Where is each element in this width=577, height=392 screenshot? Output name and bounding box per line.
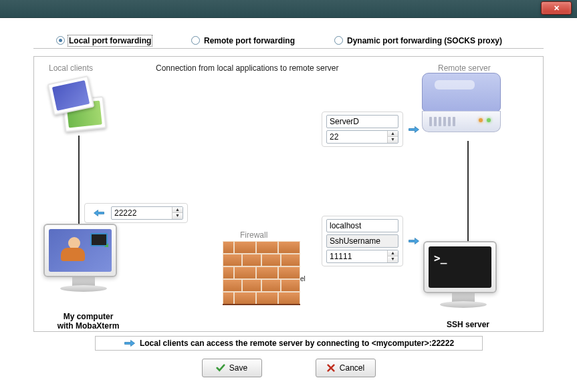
label-my-computer: My computer with MobaXterm [45,312,132,331]
save-label: Save [229,363,247,373]
ssh-server-icon: >_ [423,241,503,321]
remote-host-input[interactable] [327,116,387,128]
my-computer-icon [43,224,124,311]
connector-line [78,136,80,224]
radio-remote-port-forwarding[interactable]: Remote port forwarding [191,36,295,45]
dialog-body: Local port forwarding Remote port forwar… [0,18,577,392]
connector-line [467,141,469,253]
radio-dot-icon [334,36,343,45]
firewall-icon [223,241,303,308]
cancel-label: Cancel [340,363,364,373]
radio-dot-icon [56,36,65,45]
ssh-host-field[interactable] [326,219,398,232]
ssh-server-group: ▲▼ [322,216,403,266]
local-clients-icon [46,75,113,136]
radio-local-port-forwarding[interactable]: Local port forwarding [56,36,151,45]
local-port-field[interactable]: ▲▼ [111,206,183,220]
label-ssh-server: SSH server [425,320,511,329]
arrow-left-icon [93,209,105,217]
local-port-input[interactable] [112,207,172,219]
local-port-group: ▲▼ [84,203,188,223]
arrow-right-icon [124,339,136,347]
remote-port-field[interactable]: ▲▼ [326,130,398,144]
remote-server-group: ▲▼ [322,112,403,147]
radio-label: Remote port forwarding [204,36,295,45]
ssh-port-field[interactable]: ▲▼ [326,250,398,263]
check-icon [216,363,225,373]
label-firewall: Firewall [240,230,267,240]
cross-icon [326,363,336,373]
arrow-right-icon [408,237,420,245]
ssh-user-field[interactable] [326,234,398,248]
footer-tip: Local clients can access the remote serv… [95,336,483,351]
spinner-icon[interactable]: ▲▼ [172,207,183,219]
save-button[interactable]: Save [202,359,262,377]
close-icon: ✕ [554,4,560,13]
window-close-button[interactable]: ✕ [541,1,572,15]
ssh-host-input[interactable] [327,220,387,232]
spinner-icon[interactable]: ▲▼ [387,131,398,143]
spinner-icon[interactable]: ▲▼ [387,250,398,262]
remote-port-input[interactable] [327,131,387,143]
ssh-user-input[interactable] [327,235,387,247]
title-bar: ✕ [0,0,577,18]
forwarding-mode-radios: Local port forwarding Remote port forwar… [33,33,544,49]
diagram-panel: Local clients Connection from local appl… [33,56,544,332]
label-connection-description: Connection from local applications to re… [156,63,338,73]
label-local-clients: Local clients [49,63,93,73]
remote-host-field[interactable] [326,115,398,128]
remote-server-icon [422,73,502,140]
radio-label: Dynamic port forwarding (SOCKS proxy) [347,36,502,45]
radio-dot-icon [191,36,200,45]
footer-tip-text: Local clients can access the remote serv… [140,339,454,348]
dialog-buttons: Save Cancel [0,359,577,377]
radio-dynamic-port-forwarding[interactable]: Dynamic port forwarding (SOCKS proxy) [334,36,502,45]
arrow-right-icon [408,126,420,134]
radio-label: Local port forwarding [69,36,151,45]
label-remote-server: Remote server [438,63,491,73]
cancel-button[interactable]: Cancel [316,359,376,377]
ssh-port-input[interactable] [327,250,387,262]
